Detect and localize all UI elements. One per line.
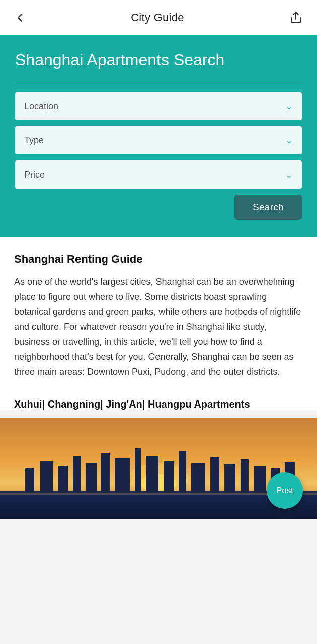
share-icon (289, 11, 303, 25)
search-button[interactable]: Search (234, 195, 302, 220)
svg-rect-7 (73, 456, 81, 493)
city-image-section: Post (0, 418, 317, 519)
location-chevron-icon: ⌄ (285, 101, 293, 112)
price-label: Price (24, 170, 45, 180)
type-label: Type (24, 135, 44, 146)
neighborhood-section-title: Xuhui| Changning| Jing'An| Huangpu Apart… (14, 393, 303, 410)
price-dropdown[interactable]: Price ⌄ (15, 160, 302, 189)
svg-rect-18 (241, 459, 249, 493)
post-fab-button[interactable]: Post (267, 472, 303, 509)
back-icon (14, 12, 26, 24)
svg-rect-16 (210, 457, 219, 493)
city-image (0, 418, 317, 519)
type-chevron-icon: ⌄ (285, 135, 293, 146)
price-chevron-icon: ⌄ (285, 169, 293, 180)
search-panel: Shanghai Apartments Search Location ⌄ Ty… (0, 35, 317, 237)
svg-rect-10 (115, 458, 130, 493)
location-label: Location (24, 101, 58, 112)
svg-rect-14 (179, 451, 186, 493)
app-header: City Guide (0, 0, 317, 35)
svg-rect-12 (146, 456, 158, 493)
panel-divider (15, 80, 302, 81)
type-dropdown[interactable]: Type ⌄ (15, 126, 302, 154)
main-content: Shanghai Renting Guide As one of the wor… (0, 237, 317, 410)
guide-body-text: As one of the world's largest cities, Sh… (14, 275, 303, 379)
page-title: City Guide (131, 11, 184, 24)
guide-section-title: Shanghai Renting Guide (14, 253, 303, 266)
svg-rect-5 (40, 461, 53, 493)
share-button[interactable] (285, 7, 307, 29)
search-panel-title: Shanghai Apartments Search (15, 50, 302, 69)
svg-rect-9 (101, 453, 110, 493)
location-dropdown[interactable]: Location ⌄ (15, 92, 302, 120)
svg-rect-13 (164, 461, 174, 493)
svg-rect-11 (135, 448, 141, 493)
back-button[interactable] (10, 8, 30, 28)
